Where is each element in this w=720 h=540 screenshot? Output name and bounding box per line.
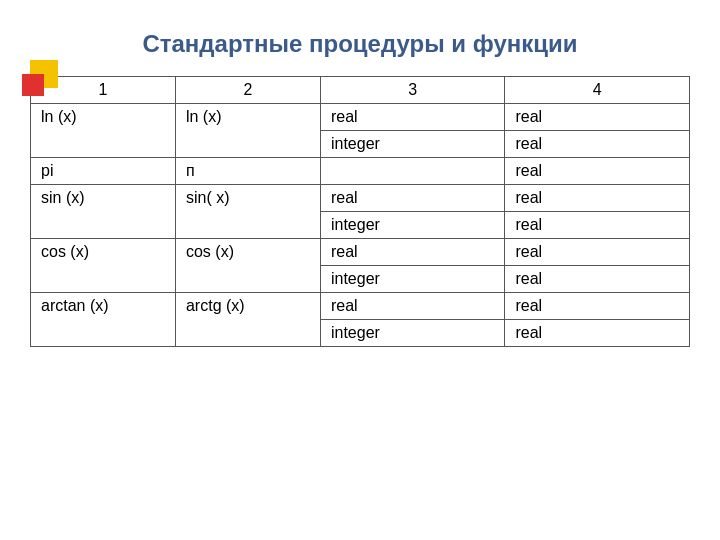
col-header-4: 4 (505, 77, 690, 104)
cell-pi-ret: real (505, 158, 690, 185)
cell-sin-impl: sin( x) (175, 185, 320, 212)
cell-pi-name: pi (31, 158, 176, 185)
table-row: integer real (31, 212, 690, 239)
cell-ln-type1: real (320, 104, 505, 131)
cell-ln-impl: ln (x) (175, 104, 320, 131)
cell-arctan-type1: real (320, 293, 505, 320)
table-row: arctan (x) arctg (x) real real (31, 293, 690, 320)
cell-ln-name-cont (31, 131, 176, 158)
cell-sin-name-cont (31, 212, 176, 239)
cell-arctan-type2: integer (320, 320, 505, 347)
cell-pi-impl: п (175, 158, 320, 185)
cell-sin-name: sin (x) (31, 185, 176, 212)
table-row: integer real (31, 131, 690, 158)
cell-ln-ret1: real (505, 104, 690, 131)
cell-arctan-impl: arctg (x) (175, 293, 320, 320)
cell-cos-impl-cont (175, 266, 320, 293)
cell-sin-type2: integer (320, 212, 505, 239)
deco-red-square (22, 74, 44, 96)
col-header-2: 2 (175, 77, 320, 104)
table-row: ln (x) ln (x) real real (31, 104, 690, 131)
table-header-row: 1 2 3 4 (31, 77, 690, 104)
table-row: sin (x) sin( x) real real (31, 185, 690, 212)
cell-sin-impl-cont (175, 212, 320, 239)
cell-cos-name-cont (31, 266, 176, 293)
col-header-3: 3 (320, 77, 505, 104)
functions-table: 1 2 3 4 ln (x) ln (x) real real integer … (30, 76, 690, 347)
cell-arctan-ret2: real (505, 320, 690, 347)
table-row: cos (x) cos (x) real real (31, 239, 690, 266)
cell-sin-ret1: real (505, 185, 690, 212)
cell-ln-name: ln (x) (31, 104, 176, 131)
cell-ln-type2: integer (320, 131, 505, 158)
cell-arctan-ret1: real (505, 293, 690, 320)
cell-cos-impl: cos (x) (175, 239, 320, 266)
cell-cos-ret1: real (505, 239, 690, 266)
page: Стандартные процедуры и функции 1 2 3 4 … (0, 0, 720, 540)
cell-sin-type1: real (320, 185, 505, 212)
cell-ln-ret2: real (505, 131, 690, 158)
cell-cos-type1: real (320, 239, 505, 266)
table-row: integer real (31, 266, 690, 293)
cell-sin-ret2: real (505, 212, 690, 239)
cell-cos-ret2: real (505, 266, 690, 293)
table-row: integer real (31, 320, 690, 347)
cell-cos-name: cos (x) (31, 239, 176, 266)
cell-pi-type (320, 158, 505, 185)
cell-arctan-impl-cont (175, 320, 320, 347)
page-title: Стандартные процедуры и функции (30, 30, 690, 58)
cell-cos-type2: integer (320, 266, 505, 293)
table-row: pi п real (31, 158, 690, 185)
cell-arctan-name-cont (31, 320, 176, 347)
cell-arctan-name: arctan (x) (31, 293, 176, 320)
cell-ln-impl-cont (175, 131, 320, 158)
